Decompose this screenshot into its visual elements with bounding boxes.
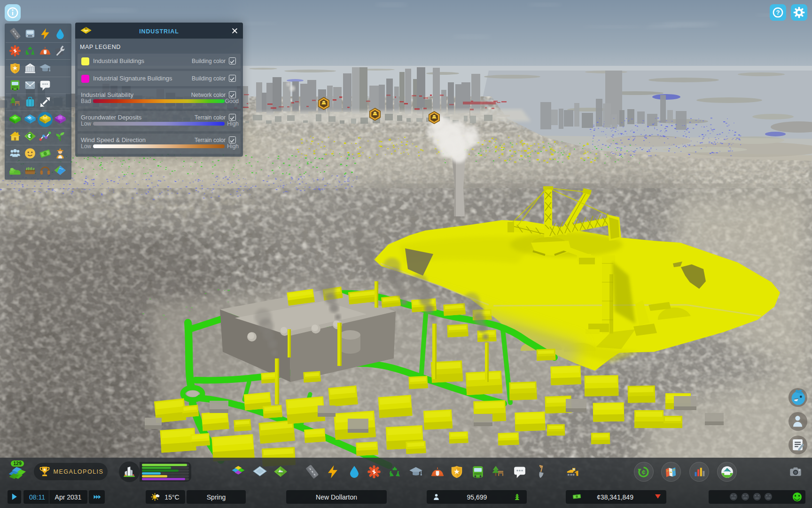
svg-text:?: ? (776, 9, 780, 16)
svg-text:¢: ¢ (641, 468, 645, 476)
